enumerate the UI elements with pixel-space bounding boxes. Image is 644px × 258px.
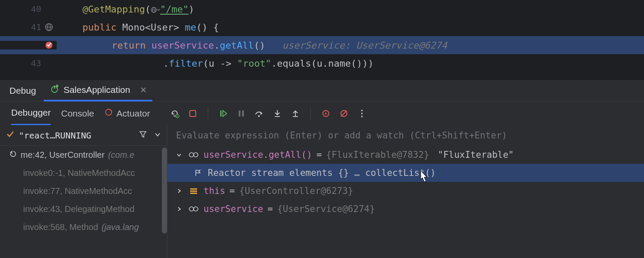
- gutter: [0, 41, 57, 49]
- variable-row[interactable]: userService.getAll() = {FluxIterable@783…: [167, 146, 644, 164]
- svg-rect-15: [220, 111, 222, 117]
- code-text: .filter(u -> "root".equals(u.name())): [57, 58, 644, 69]
- toolbar-actions: [168, 107, 368, 120]
- rerun-button[interactable]: [168, 107, 181, 120]
- svg-rect-16: [239, 111, 240, 117]
- url-mapping-icon[interactable]: [45, 23, 53, 31]
- svg-point-24: [325, 113, 327, 114]
- line-number: 40: [25, 4, 41, 14]
- frame-row[interactable]: invoke:568, Method (java.lang: [0, 218, 167, 236]
- run-config-tab[interactable]: SalesApplication: [44, 80, 152, 101]
- code-line[interactable]: 40 @GetMapping("/me"): [0, 0, 644, 18]
- svg-rect-34: [190, 193, 197, 194]
- code-text: return userService.getAll() userService:…: [57, 40, 644, 51]
- frame-row[interactable]: me:42, UserController (com.e: [0, 146, 167, 164]
- inline-hint: userService: UserService@6274: [282, 40, 447, 51]
- svg-point-27: [361, 110, 363, 111]
- view-breakpoints-button[interactable]: [319, 107, 332, 120]
- tab-console[interactable]: Console: [61, 101, 94, 126]
- pause-button[interactable]: [235, 107, 248, 120]
- svg-point-31: [194, 153, 198, 157]
- variable-row[interactable]: userService = {UserService@6274}: [167, 200, 644, 218]
- stop-button[interactable]: [186, 107, 199, 120]
- watch-icon: [188, 206, 199, 212]
- run-config-name: SalesApplication: [64, 85, 130, 95]
- svg-point-29: [361, 116, 363, 117]
- chevron-right-icon[interactable]: [176, 204, 184, 214]
- code-line[interactable]: 41 public Mono<User> me() {: [0, 18, 644, 36]
- svg-point-18: [258, 115, 260, 117]
- gutter: 41: [0, 22, 57, 32]
- svg-point-30: [189, 153, 194, 157]
- code-line-current[interactable]: return userService.getAll() userService:…: [0, 36, 644, 54]
- check-icon: [6, 130, 15, 141]
- toolbar-separator: [208, 108, 208, 120]
- resume-button[interactable]: [217, 107, 230, 120]
- evaluate-expression-input[interactable]: Evaluate expression (Enter) or add a wat…: [167, 125, 644, 146]
- code-text: @GetMapping("/me"): [57, 4, 644, 15]
- mute-breakpoints-button[interactable]: [337, 107, 350, 120]
- toolbar-separator: [310, 108, 311, 120]
- variables-tree[interactable]: userService.getAll() = {FluxIterable@783…: [167, 146, 644, 258]
- frames-list[interactable]: me:42, UserController (com.e invoke0:-1,…: [0, 146, 167, 258]
- close-tab-icon[interactable]: [140, 85, 146, 95]
- filter-icon[interactable]: [139, 130, 147, 141]
- variable-row-selected[interactable]: Reactor stream elements {} … collectList…: [167, 164, 644, 182]
- svg-rect-17: [242, 111, 244, 117]
- tab-actuator[interactable]: Actuator: [104, 101, 150, 126]
- drop-frame-icon[interactable]: [9, 150, 17, 160]
- frame-row[interactable]: invoke:77, NativeMethodAcc: [0, 182, 167, 200]
- svg-point-28: [361, 113, 363, 114]
- watch-icon: [188, 152, 199, 158]
- frame-row[interactable]: invoke0:-1, NativeMethodAcc: [0, 164, 167, 182]
- thread-label[interactable]: "react…RUNNING: [19, 130, 134, 141]
- line-number: 43: [25, 58, 41, 68]
- tab-debugger[interactable]: Debugger: [11, 101, 51, 126]
- svg-point-35: [189, 207, 194, 211]
- flag-icon: [192, 169, 204, 177]
- threads-header: "react…RUNNING: [0, 125, 167, 146]
- debug-tool-window-header: Debug SalesApplication: [0, 80, 644, 101]
- frames-panel: "react…RUNNING me:42, UserController (co…: [0, 125, 167, 258]
- frames-scrollbar[interactable]: [162, 147, 167, 233]
- svg-rect-14: [190, 111, 196, 117]
- svg-point-9: [56, 85, 58, 87]
- gutter: 40: [0, 4, 57, 14]
- frame-row[interactable]: invoke:43, DelegatingMethod: [0, 200, 167, 218]
- gutter-blank-icon: [45, 5, 53, 13]
- line-number: 41: [25, 22, 41, 32]
- gutter-blank-icon: [45, 59, 53, 68]
- step-over-button[interactable]: [253, 107, 266, 120]
- more-actions-button[interactable]: [355, 107, 368, 120]
- debugger-content: "react…RUNNING me:42, UserController (co…: [0, 125, 644, 258]
- svg-rect-33: [190, 190, 197, 192]
- run-glyph-icon: [50, 84, 59, 95]
- step-into-button[interactable]: [271, 107, 284, 120]
- code-line[interactable]: 43 .filter(u -> "root".equals(u.name())): [0, 54, 644, 72]
- chevron-right-icon[interactable]: [176, 186, 184, 196]
- step-out-button[interactable]: [289, 107, 302, 120]
- code-editor[interactable]: 40 @GetMapping("/me") 41 public Mono<Use…: [0, 0, 644, 80]
- globe-icon[interactable]: [151, 6, 160, 13]
- tool-window-title: Debug: [9, 86, 36, 96]
- actuator-icon: [104, 108, 113, 119]
- breakpoint-icon[interactable]: [45, 41, 53, 49]
- svg-point-36: [194, 207, 198, 211]
- gutter: 43: [0, 58, 57, 68]
- stack-icon: [188, 187, 199, 194]
- debugger-toolbar: Debugger Console Actuator: [0, 101, 644, 125]
- svg-rect-32: [190, 188, 197, 190]
- variable-row[interactable]: this = {UserController@6273}: [167, 182, 644, 200]
- variables-panel: Evaluate expression (Enter) or add a wat…: [167, 125, 644, 258]
- variable-label: Reactor stream elements {} … collectList…: [208, 168, 436, 178]
- chevron-down-icon[interactable]: [154, 130, 161, 140]
- code-text: public Mono<User> me() {: [57, 22, 644, 33]
- chevron-down-icon[interactable]: [176, 150, 184, 160]
